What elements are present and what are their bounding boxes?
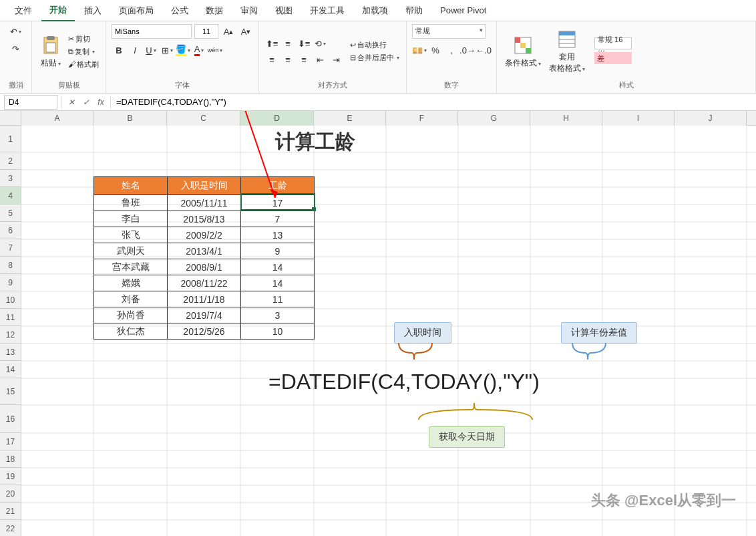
font-size-input[interactable] xyxy=(194,24,218,39)
copy-button[interactable]: ⧉复制 xyxy=(67,46,100,57)
tab-formulas[interactable]: 公式 xyxy=(163,1,196,21)
col-header[interactable]: F xyxy=(386,111,458,126)
decrease-decimal-button[interactable]: ←.0 xyxy=(476,43,491,57)
cell[interactable]: 2009/2/2 xyxy=(168,227,241,243)
table-row[interactable]: 张飞2009/2/213 xyxy=(94,227,315,243)
increase-font-button[interactable]: A▴ xyxy=(221,24,236,39)
orientation-button[interactable]: ⟲ xyxy=(313,36,327,51)
merge-center-button[interactable]: ⊟合并后居中 xyxy=(349,52,401,63)
cell[interactable]: 2019/7/4 xyxy=(168,307,241,323)
col-header[interactable]: G xyxy=(458,111,530,126)
row-header[interactable]: 12 xyxy=(0,326,21,344)
tab-addins[interactable]: 加载项 xyxy=(354,1,396,21)
tab-home[interactable]: 开始 xyxy=(41,0,75,21)
cell[interactable]: 11 xyxy=(241,291,315,307)
row-header[interactable]: 7 xyxy=(0,239,21,257)
cell[interactable]: 2008/9/1 xyxy=(168,259,241,275)
align-center-button[interactable]: ≡ xyxy=(280,52,295,67)
align-right-button[interactable]: ≡ xyxy=(297,52,311,67)
row-header[interactable]: 14 xyxy=(0,361,21,378)
row-header[interactable]: 15 xyxy=(0,378,21,405)
row-header[interactable]: 1 xyxy=(0,126,21,152)
cell[interactable]: 嫦娥 xyxy=(94,275,168,291)
cell[interactable]: 2012/5/26 xyxy=(168,323,241,340)
decrease-indent-button[interactable]: ⇤ xyxy=(313,52,327,67)
row-header[interactable]: 13 xyxy=(0,344,21,361)
format-as-table-button[interactable]: 套用 表格格式 xyxy=(546,27,588,76)
border-button[interactable]: ⊞ xyxy=(160,43,174,57)
row-header[interactable]: 16 xyxy=(0,405,21,433)
col-header[interactable]: I xyxy=(602,111,675,126)
align-left-button[interactable]: ≡ xyxy=(264,52,279,67)
cell[interactable]: 狄仁杰 xyxy=(94,323,168,340)
cell[interactable]: 2013/4/1 xyxy=(168,243,241,259)
cell[interactable]: 13 xyxy=(241,227,315,243)
cell[interactable]: 3 xyxy=(241,307,315,323)
tab-review[interactable]: 审阅 xyxy=(232,1,266,21)
undo-button[interactable]: ↶ xyxy=(9,24,23,39)
align-middle-button[interactable]: ≡ xyxy=(280,36,295,51)
table-row[interactable]: 宫本武藏2008/9/114 xyxy=(94,259,315,275)
currency-button[interactable]: 💴 xyxy=(412,43,427,57)
formula-input[interactable] xyxy=(111,96,756,108)
italic-button[interactable]: I xyxy=(128,43,142,57)
tab-file[interactable]: 文件 xyxy=(7,1,40,21)
cell[interactable]: 2008/11/22 xyxy=(168,275,241,291)
font-color-button[interactable]: A xyxy=(192,43,206,57)
cell[interactable]: 10 xyxy=(241,323,315,340)
table-row[interactable]: 嫦娥2008/11/2214 xyxy=(94,275,315,291)
table-row[interactable]: 狄仁杰2012/5/2610 xyxy=(94,323,315,340)
cell[interactable]: 孙尚香 xyxy=(94,307,168,323)
cell[interactable]: 武则天 xyxy=(94,243,168,259)
cell[interactable]: 9 xyxy=(241,243,315,259)
row-header[interactable]: 21 xyxy=(0,503,21,520)
cell[interactable]: 张飞 xyxy=(94,227,168,243)
fill-color-button[interactable]: 🪣 xyxy=(176,43,190,57)
row-header[interactable]: 5 xyxy=(0,205,21,222)
decrease-font-button[interactable]: A▾ xyxy=(238,24,253,39)
tab-powerpivot[interactable]: Power Pivot xyxy=(432,1,494,19)
select-all-button[interactable] xyxy=(0,111,21,126)
paste-button[interactable]: 粘贴 xyxy=(37,33,64,70)
underline-button[interactable]: U xyxy=(144,43,158,57)
cell-style-normal[interactable]: 常规 16 … xyxy=(594,37,632,49)
phonetic-button[interactable]: wén xyxy=(208,43,222,57)
tab-dev[interactable]: 开发工具 xyxy=(302,1,353,21)
conditional-format-button[interactable]: 条件格式 xyxy=(502,33,544,70)
col-header[interactable]: H xyxy=(530,111,602,126)
table-row[interactable]: 刘备2011/1/1811 xyxy=(94,291,315,307)
col-header[interactable]: J xyxy=(675,111,747,126)
font-name-input[interactable] xyxy=(112,24,192,39)
comma-button[interactable]: , xyxy=(444,43,459,57)
row-header[interactable]: 17 xyxy=(0,433,21,450)
row-header[interactable]: 3 xyxy=(0,170,21,187)
tab-data[interactable]: 数据 xyxy=(198,1,231,21)
table-row[interactable]: 孙尚香2019/7/43 xyxy=(94,307,315,323)
increase-decimal-button[interactable]: .0→ xyxy=(460,43,475,57)
row-header[interactable]: 18 xyxy=(0,450,21,468)
insert-function-button[interactable]: fx xyxy=(94,96,108,109)
name-box[interactable] xyxy=(4,95,57,110)
row-header[interactable]: 20 xyxy=(0,485,21,503)
row-header[interactable]: 2 xyxy=(0,152,21,170)
row-header[interactable]: 19 xyxy=(0,468,21,485)
cell[interactable]: 宫本武藏 xyxy=(94,259,168,275)
cell[interactable]: 14 xyxy=(241,275,315,291)
row-header[interactable]: 8 xyxy=(0,257,21,274)
enter-formula-button[interactable]: ✓ xyxy=(79,96,93,109)
row-header[interactable]: 4 xyxy=(0,187,21,205)
redo-button[interactable]: ↷ xyxy=(9,41,23,56)
cell-style-bad[interactable]: 差 xyxy=(594,52,632,64)
row-header[interactable]: 9 xyxy=(0,274,21,291)
cell[interactable]: 刘备 xyxy=(94,291,168,307)
spreadsheet-grid[interactable]: A B C D E F G H I J 12345678910111213141… xyxy=(0,111,756,536)
format-painter-button[interactable]: 🖌格式刷 xyxy=(67,59,100,70)
wrap-text-button[interactable]: ↩自动换行 xyxy=(349,39,401,51)
cell[interactable]: 14 xyxy=(241,259,315,275)
row-header[interactable]: 10 xyxy=(0,291,21,309)
align-bottom-button[interactable]: ⬇≡ xyxy=(297,36,311,51)
bold-button[interactable]: B xyxy=(112,43,126,57)
tab-view[interactable]: 视图 xyxy=(267,1,301,21)
table-row[interactable]: 武则天2013/4/19 xyxy=(94,243,315,259)
tab-layout[interactable]: 页面布局 xyxy=(111,1,162,21)
